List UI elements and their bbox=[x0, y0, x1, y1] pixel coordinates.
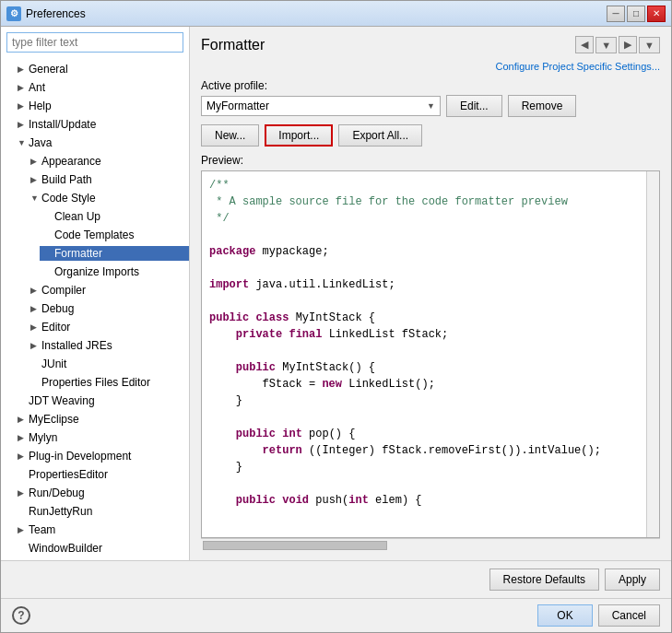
sidebar-label-code-templates: Code Templates bbox=[54, 229, 135, 241]
profile-controls: MyFormatter ▼ Edit... Remove bbox=[201, 95, 660, 117]
sidebar-item-compiler[interactable]: ▶ Compiler bbox=[1, 281, 189, 299]
sidebar-item-code-style[interactable]: ▼ Code Style bbox=[1, 189, 189, 207]
ok-button[interactable]: OK bbox=[537, 604, 592, 627]
arrow-mylyn: ▶ bbox=[18, 433, 29, 442]
sidebar-label-java: Java bbox=[29, 136, 52, 149]
sidebar-item-help[interactable]: ▶ Help bbox=[1, 97, 189, 115]
code-content[interactable]: /** * A sample source file for the code … bbox=[202, 171, 646, 537]
sidebar-item-clean-up[interactable]: Clean Up bbox=[1, 207, 189, 226]
help-icon[interactable]: ? bbox=[12, 606, 30, 625]
preview-label: Preview: bbox=[201, 154, 660, 167]
code-preview: /** * A sample source file for the code … bbox=[201, 170, 660, 538]
arrow-build-path: ▶ bbox=[30, 175, 41, 184]
sidebar-item-jdt-weaving[interactable]: JDT Weaving bbox=[1, 392, 189, 410]
configure-project-link[interactable]: Configure Project Specific Settings... bbox=[201, 61, 660, 72]
sidebar-label-code-style: Code Style bbox=[41, 192, 96, 205]
sidebar-label-pfe: Properties Files Editor bbox=[41, 376, 150, 389]
footer-buttons: Restore Defaults Apply bbox=[1, 560, 671, 598]
profile-dropdown[interactable]: MyFormatter ▼ bbox=[201, 96, 441, 116]
arrow-java: ▼ bbox=[18, 138, 29, 147]
sidebar-item-run-jetty-run[interactable]: RunJettyRun bbox=[1, 502, 189, 521]
sidebar-item-appearance[interactable]: ▶ Appearance bbox=[1, 152, 189, 170]
active-profile-label: Active profile: bbox=[201, 79, 660, 92]
sidebar-item-run-debug[interactable]: ▶ Run/Debug bbox=[1, 484, 189, 502]
close-button[interactable]: ✕ bbox=[647, 6, 666, 22]
restore-defaults-button[interactable]: Restore Defaults bbox=[489, 569, 599, 591]
sidebar-label-team: Team bbox=[29, 523, 55, 536]
sidebar: ▶ General ▶ Ant ▶ Help bbox=[1, 27, 190, 560]
sidebar-label-debug: Debug bbox=[41, 302, 74, 315]
panel-title: Formatter bbox=[201, 37, 265, 53]
sidebar-item-code-templates[interactable]: Code Templates bbox=[1, 226, 189, 244]
arrow-editor: ▶ bbox=[30, 322, 41, 332]
sidebar-item-editor[interactable]: ▶ Editor bbox=[1, 318, 189, 336]
sidebar-item-team[interactable]: ▶ Team bbox=[1, 521, 189, 539]
sidebar-item-junit[interactable]: JUnit bbox=[1, 355, 189, 373]
back-button[interactable]: ◀ bbox=[575, 36, 594, 53]
sidebar-label-appearance: Appearance bbox=[41, 155, 101, 168]
export-all-button[interactable]: Export All... bbox=[338, 124, 422, 147]
forward-button[interactable]: ▶ bbox=[619, 36, 637, 53]
sidebar-label-build-path: Build Path bbox=[41, 173, 92, 186]
new-button[interactable]: New... bbox=[201, 124, 259, 147]
sidebar-label-mylyn: Mylyn bbox=[29, 431, 57, 444]
arrow-debug: ▶ bbox=[30, 304, 41, 313]
bottom-bar: ? OK Cancel bbox=[1, 598, 671, 632]
code-preview-wrapper: /** * A sample source file for the code … bbox=[201, 170, 660, 551]
arrow-team: ▶ bbox=[18, 525, 29, 534]
action-buttons-row: New... Import... Export All... bbox=[201, 124, 660, 147]
vertical-scrollbar[interactable] bbox=[646, 171, 659, 537]
horizontal-scrollbar[interactable] bbox=[201, 538, 660, 551]
sidebar-label-clean-up: Clean Up bbox=[54, 210, 100, 223]
sidebar-item-plugin-development[interactable]: ▶ Plug-in Development bbox=[1, 447, 189, 465]
sidebar-item-java[interactable]: ▼ Java bbox=[1, 134, 189, 152]
title-bar-left: ⚙ Preferences bbox=[6, 6, 86, 21]
maximize-button[interactable]: □ bbox=[627, 6, 645, 22]
sidebar-item-organize-imports[interactable]: Organize Imports bbox=[1, 263, 189, 281]
sidebar-label-run-jetty-run: RunJettyRun bbox=[29, 505, 92, 518]
arrow-help: ▶ bbox=[18, 101, 29, 111]
arrow-ant: ▶ bbox=[18, 83, 29, 92]
sidebar-label-junit: JUnit bbox=[41, 358, 66, 370]
title-buttons: ─ □ ✕ bbox=[607, 6, 666, 22]
minimize-button[interactable]: ─ bbox=[607, 6, 625, 22]
sidebar-label-compiler: Compiler bbox=[41, 284, 86, 297]
arrow-appearance: ▶ bbox=[30, 157, 41, 166]
arrow-general: ▶ bbox=[18, 64, 29, 74]
edit-button[interactable]: Edit... bbox=[446, 95, 502, 117]
sidebar-label-properties-editor: PropertiesEditor bbox=[29, 468, 108, 481]
import-button[interactable]: Import... bbox=[265, 124, 333, 147]
arrow-plugin-development: ▶ bbox=[18, 451, 29, 461]
sidebar-item-myeclipse[interactable]: ▶ MyEclipse bbox=[1, 410, 189, 428]
remove-button[interactable]: Remove bbox=[508, 95, 577, 117]
sidebar-label-general: General bbox=[29, 63, 68, 76]
sidebar-label-ant: Ant bbox=[29, 81, 45, 94]
sidebar-item-properties-editor[interactable]: PropertiesEditor bbox=[1, 465, 189, 484]
sidebar-item-build-path[interactable]: ▶ Build Path bbox=[1, 170, 189, 189]
window-icon: ⚙ bbox=[6, 6, 21, 21]
main-panel: Formatter ◀ ▼ ▶ ▼ Configure Project Spec… bbox=[190, 27, 671, 560]
sidebar-label-window-builder: WindowBuilder bbox=[29, 542, 102, 555]
sidebar-item-properties-files-editor[interactable]: Properties Files Editor bbox=[1, 373, 189, 392]
sidebar-label-formatter: Formatter bbox=[54, 247, 102, 260]
hscroll-thumb[interactable] bbox=[203, 541, 387, 550]
sidebar-item-formatter[interactable]: Formatter bbox=[1, 244, 189, 263]
sidebar-item-install-update[interactable]: ▶ Install/Update bbox=[1, 115, 189, 134]
sidebar-item-window-builder[interactable]: WindowBuilder bbox=[1, 539, 189, 557]
arrow-code-style: ▼ bbox=[30, 193, 41, 203]
preferences-window: ⚙ Preferences ─ □ ✕ ▶ General bbox=[0, 0, 672, 633]
sidebar-item-mylyn[interactable]: ▶ Mylyn bbox=[1, 428, 189, 447]
nav-dropdown[interactable]: ▼ bbox=[639, 37, 660, 53]
apply-button[interactable]: Apply bbox=[605, 569, 660, 591]
search-input[interactable] bbox=[6, 32, 183, 53]
sidebar-label-organize-imports: Organize Imports bbox=[54, 265, 139, 278]
profile-value: MyFormatter bbox=[206, 100, 269, 112]
cancel-button[interactable]: Cancel bbox=[598, 604, 660, 627]
sidebar-item-general[interactable]: ▶ General bbox=[1, 60, 189, 78]
ok-cancel-buttons: OK Cancel bbox=[537, 604, 660, 627]
sidebar-item-ant[interactable]: ▶ Ant bbox=[1, 78, 189, 97]
forward-dropdown[interactable]: ▼ bbox=[595, 37, 617, 53]
dropdown-arrow-icon: ▼ bbox=[427, 101, 435, 111]
sidebar-item-debug[interactable]: ▶ Debug bbox=[1, 299, 189, 318]
sidebar-item-installed-jres[interactable]: ▶ Installed JREs bbox=[1, 336, 189, 355]
